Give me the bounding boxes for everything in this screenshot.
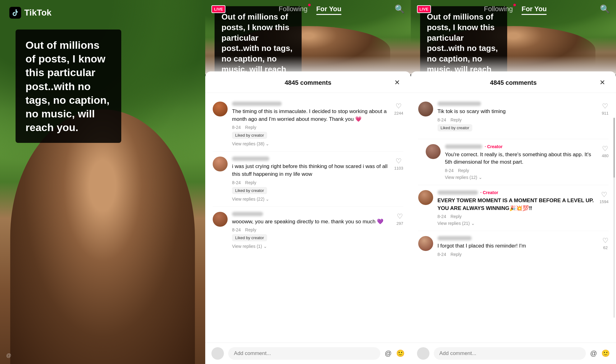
like-count: 1103 [394,166,403,171]
panel3-comments-header: 4845 comments ✕ [411,71,616,93]
heart-count: ♡ 1103 [394,157,403,171]
creator-badge: · Creator [480,190,498,195]
avatar [418,190,433,205]
tiktok-text: TikTok [24,8,52,18]
panel3-tab-following[interactable]: Following [484,5,513,13]
chevron-down-icon: ⌄ [263,244,267,249]
table-row: I forgot that I placed this reminder! I'… [411,232,616,262]
heart-icon[interactable]: ♡ [602,145,608,152]
heart-count: ♡ 1594 [600,190,609,204]
comment-text: I forgot that I placed this reminder! I'… [438,242,598,250]
heart-icon[interactable]: ♡ [397,213,403,220]
table-row: The timing of this is immaculate. I deci… [205,98,410,150]
panel2-tab-following[interactable]: Following [279,5,308,13]
emoji-icon[interactable]: 🙂 [396,349,405,357]
panel-3: Out of millions of posts, I know this pa… [411,0,616,364]
view-replies-button[interactable]: View replies (1) ⌄ [232,244,392,249]
comment-date: 8-24 [232,180,241,185]
panel2-close-button[interactable]: ✕ [392,78,402,88]
panel3-comment-input-bar: @ 🙂 [411,343,616,364]
liked-by-creator-badge: Liked by creator [232,187,267,194]
panel1-text-overlay: Out of millions of posts, I know this pa… [16,30,121,143]
reply-button[interactable]: Reply [451,252,462,257]
table-row: · Creator EVERY TOWER MOMENT IS A MOMENT… [411,186,616,230]
comment-divider [418,185,609,185]
comment-text: woooww, you are speaking directly to me.… [232,218,392,226]
heart-count: ♡ 480 [602,144,609,158]
liked-by-creator-badge: Liked by creator [232,132,267,139]
svg-rect-0 [9,7,21,19]
panel3-input-avatar [417,347,429,360]
heart-count: ♡ 297 [396,212,403,226]
heart-count: ♡ 911 [602,102,609,116]
panel2-comments-header: 4845 comments ✕ [205,71,410,93]
panel2-search-icon[interactable]: 🔍 [395,4,405,14]
like-count: 297 [396,221,403,226]
following-dot [513,4,516,6]
panel1-username: @ [6,353,11,358]
table-row: i was just crying right before this thin… [205,153,410,205]
following-dot [308,4,311,6]
reply-button[interactable]: Reply [451,214,462,219]
view-replies-button[interactable]: View replies (21) ⌄ [438,221,595,226]
reply-button[interactable]: Reply [458,168,469,173]
chevron-down-icon: ⌄ [471,221,475,226]
scrollbar-track [614,118,615,317]
comment-body: Tik tok is so scary with timing 8-24 Rep… [438,102,598,134]
like-count: 62 [603,245,608,250]
heart-icon[interactable]: ♡ [396,158,402,165]
reply-button[interactable]: Reply [451,117,462,122]
comment-meta: 8-24 Reply [438,214,595,219]
panel2-tab-for-you[interactable]: For You [316,5,341,13]
username-bar [232,102,282,106]
panel-2: Out of millions of posts, I know this pa… [205,0,410,364]
panel2-comments-count: 4845 comments [224,79,392,86]
heart-icon[interactable]: ♡ [396,103,402,110]
panel3-close-button[interactable]: ✕ [597,78,607,88]
view-replies-button[interactable]: View replies (12) ⌄ [445,175,598,180]
heart-count: ♡ 2244 [394,102,403,116]
panel3-tab-for-you[interactable]: For You [521,5,547,13]
panel2-comment-input[interactable] [228,347,380,360]
comment-body: The timing of this is immaculate. I deci… [232,102,390,146]
comment-text: The timing of this is immaculate. I deci… [232,108,390,123]
panel3-live-badge: LIVE [417,5,431,13]
reply-button[interactable]: Reply [245,227,256,232]
emoji-icon[interactable]: 🙂 [601,349,610,357]
panel3-nav-tabs: Following For You [484,5,547,13]
avatar [426,144,441,159]
liked-by-creator-badge: Liked by creator [232,234,267,241]
comment-body: · Creator EVERY TOWER MOMENT IS A MOMENT… [438,190,595,226]
mention-icon[interactable]: @ [590,349,597,357]
view-replies-button[interactable]: View replies (38) ⌄ [232,141,390,146]
mention-icon[interactable]: @ [385,349,391,357]
panel3-comments-list: Tik tok is so scary with timing 8-24 Rep… [411,93,616,343]
comment-divider [418,231,609,231]
chevron-down-icon: ⌄ [266,197,269,202]
heart-count: ♡ 62 [602,236,609,250]
panel3-search-icon[interactable]: 🔍 [600,4,610,14]
tiktok-logo: TikTok [9,7,52,19]
reply-button[interactable]: Reply [245,180,256,185]
chevron-down-icon: ⌄ [479,175,482,180]
view-replies-button[interactable]: View replies (22) ⌄ [232,197,390,202]
comment-body: I forgot that I placed this reminder! I'… [438,236,598,259]
avatar [213,102,228,116]
panel3-nav: LIVE Following For You 🔍 [411,0,616,18]
panel2-live-badge: LIVE [211,5,225,13]
scrollbar-thumb[interactable] [614,118,615,178]
comment-text: EVERY TOWER MOMENT IS A MOMENT BEFORE A … [438,197,595,212]
heart-icon[interactable]: ♡ [601,191,607,198]
panel3-comment-input[interactable] [434,347,586,360]
avatar [213,157,228,171]
panel2-video-bg: Out of millions of posts, I know this pa… [205,0,410,75]
comment-text: i was just crying right before this thin… [232,163,390,178]
reply-button[interactable]: Reply [245,125,256,130]
heart-icon[interactable]: ♡ [602,103,608,110]
heart-icon[interactable]: ♡ [602,237,609,244]
like-count: 911 [602,111,609,116]
username-bar [438,236,472,240]
comment-body: · Creator You're correct. It really is, … [445,144,598,180]
comment-meta: 8-24 Reply [232,180,390,185]
comment-meta: 8-24 Reply [438,117,598,122]
